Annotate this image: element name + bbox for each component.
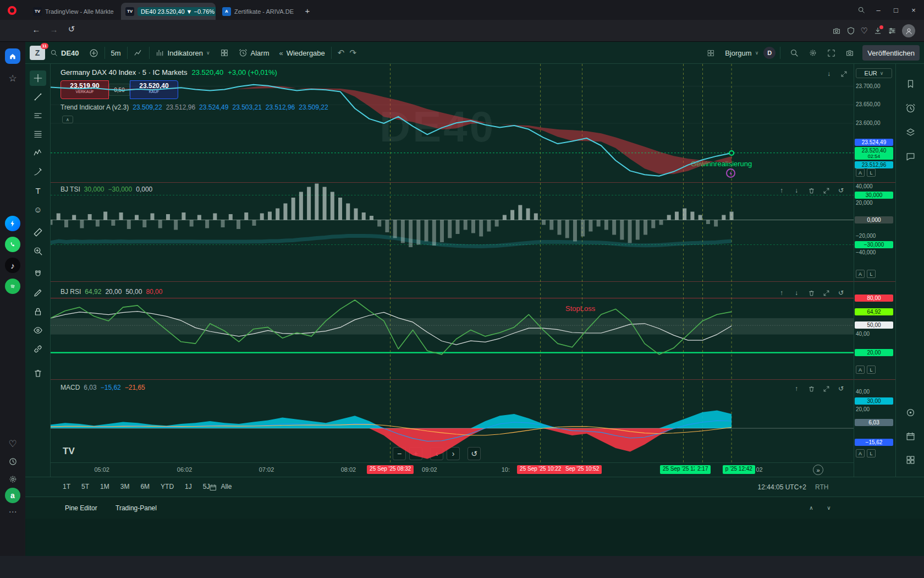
user-avatar[interactable]: Z 11 bbox=[30, 46, 45, 60]
panel-expand-icon[interactable]: ∧ bbox=[805, 503, 817, 512]
fib-retracement-tool-icon[interactable] bbox=[30, 127, 46, 142]
chart-settings-gear-icon[interactable] bbox=[804, 42, 822, 64]
range-1m-button[interactable]: 1M bbox=[98, 482, 112, 492]
scale-mode-buttons[interactable]: AL bbox=[856, 449, 878, 457]
forward-icon[interactable]: → bbox=[46, 25, 62, 34]
go-to-realtime-button[interactable]: » bbox=[813, 465, 823, 475]
tab-pine-editor[interactable]: Pine Editor bbox=[65, 504, 97, 512]
range-alle-button[interactable]: Alle bbox=[218, 482, 234, 492]
scale-a-button[interactable]: A bbox=[856, 366, 865, 374]
macd-pane-chart[interactable] bbox=[51, 380, 854, 462]
browser-tab-tradingview[interactable]: TV TradingView - Alle Märkte bbox=[29, 3, 119, 20]
scale-mode-buttons[interactable]: AL bbox=[856, 168, 878, 177]
price-pane-chart[interactable] bbox=[51, 64, 854, 183]
ideas-icon[interactable] bbox=[904, 406, 917, 419]
fullscreen-icon[interactable] bbox=[822, 42, 840, 64]
go-to-date-icon[interactable] bbox=[207, 482, 219, 493]
scale-l-button[interactable]: L bbox=[867, 449, 876, 457]
browser-tab-de40-active[interactable]: TV DE40 23.520,40 ▼ −0.76% bbox=[121, 3, 216, 20]
panel-collapse-icon[interactable]: ∨ bbox=[823, 503, 835, 512]
magnet-tool-icon[interactable] bbox=[30, 266, 46, 282]
scale-a-button[interactable]: A bbox=[856, 449, 865, 457]
symbol-search-button[interactable]: DE40 bbox=[45, 42, 84, 64]
currency-toggle[interactable]: EUR∨ bbox=[856, 68, 892, 78]
scale-a-button[interactable]: A bbox=[856, 270, 865, 278]
draw-tool-icon[interactable] bbox=[30, 285, 46, 301]
close-button[interactable]: × bbox=[905, 6, 922, 14]
scale-l-button[interactable]: L bbox=[867, 270, 876, 278]
hide-drawings-tool-icon[interactable] bbox=[30, 323, 46, 338]
tab-trading-panel[interactable]: Trading-Panel bbox=[116, 504, 157, 512]
redo-icon[interactable]: ↷ bbox=[349, 42, 361, 64]
range-6m-button[interactable]: 6M bbox=[138, 482, 152, 492]
calendar-icon[interactable] bbox=[904, 429, 917, 443]
quick-search-icon[interactable] bbox=[785, 42, 804, 64]
crosshair-tool-icon[interactable] bbox=[30, 70, 46, 86]
scale-l-button[interactable]: L bbox=[867, 366, 876, 374]
zoom-tool-icon[interactable] bbox=[30, 243, 46, 259]
layout-grid-icon[interactable] bbox=[215, 42, 234, 64]
maximize-button[interactable]: □ bbox=[888, 6, 904, 14]
settings-gear-icon[interactable] bbox=[5, 471, 20, 487]
range-1t-button[interactable]: 1T bbox=[61, 482, 73, 492]
rsi-pane-chart[interactable] bbox=[51, 282, 854, 380]
scale-l-button[interactable]: L bbox=[867, 168, 876, 177]
parallel-lines-tool-icon[interactable] bbox=[30, 108, 46, 123]
undo-icon[interactable]: ↶ bbox=[333, 42, 350, 64]
session-toggle[interactable]: RTH bbox=[815, 483, 828, 491]
range-3m-button[interactable]: 3M bbox=[118, 482, 132, 492]
back-icon[interactable]: ← bbox=[29, 25, 44, 34]
scale-mode-buttons[interactable]: AL bbox=[856, 366, 878, 374]
shield-icon[interactable] bbox=[846, 26, 855, 35]
chart-type-icon[interactable] bbox=[129, 42, 148, 64]
range-1j-button[interactable]: 1J bbox=[183, 482, 194, 492]
tab-search-icon[interactable] bbox=[854, 3, 869, 17]
range-5t-button[interactable]: 5T bbox=[79, 482, 91, 492]
whatsapp-icon[interactable] bbox=[5, 237, 20, 252]
link-tool-icon[interactable] bbox=[30, 341, 46, 357]
trendline-tool-icon[interactable] bbox=[30, 89, 46, 105]
range-ytd-button[interactable]: YTD bbox=[158, 482, 176, 492]
spotify-icon[interactable] bbox=[5, 279, 20, 294]
remove-drawings-tool-icon[interactable] bbox=[30, 366, 46, 381]
chat-icon[interactable] bbox=[904, 150, 917, 163]
measure-tool-icon[interactable] bbox=[30, 225, 46, 240]
scale-a-button[interactable]: A bbox=[856, 168, 865, 177]
screener-icon[interactable] bbox=[904, 453, 917, 466]
tsi-pane-chart[interactable] bbox=[51, 183, 854, 282]
brush-tool-icon[interactable] bbox=[30, 164, 46, 179]
replay-button[interactable]: « Wiedergabe bbox=[274, 42, 329, 64]
emoji-tool-icon[interactable]: ☺ bbox=[30, 201, 46, 217]
resolution-badge[interactable]: D bbox=[763, 47, 776, 59]
tiktok-icon[interactable]: ♪ bbox=[5, 258, 20, 273]
alerts-icon[interactable] bbox=[904, 101, 917, 114]
clock[interactable]: 12:44:05 UTC+2 bbox=[724, 483, 806, 491]
snapshot-icon[interactable] bbox=[832, 26, 841, 35]
hotlists-icon[interactable] bbox=[904, 126, 917, 139]
browser-tab-ariva[interactable]: A Zertifikate - ARIVA.DE bbox=[218, 3, 298, 20]
favorites-heart-icon[interactable]: ♡ bbox=[861, 26, 868, 36]
snapshot-camera-icon[interactable] bbox=[840, 42, 859, 64]
panels-icon[interactable] bbox=[888, 26, 897, 35]
bookmarks-star-icon[interactable]: ☆ bbox=[5, 70, 20, 86]
save-layout-icon[interactable] bbox=[702, 42, 720, 64]
messenger-icon[interactable] bbox=[5, 216, 20, 231]
compare-add-icon[interactable] bbox=[84, 42, 103, 64]
indicators-button[interactable]: Indikatoren∨ bbox=[151, 42, 215, 64]
lock-drawings-tool-icon[interactable] bbox=[30, 304, 46, 319]
history-clock-icon[interactable] bbox=[5, 454, 20, 469]
new-tab-button[interactable]: + bbox=[301, 4, 314, 17]
text-tool-icon[interactable]: T bbox=[30, 183, 46, 198]
opera-logo-icon[interactable] bbox=[4, 3, 20, 18]
minimize-button[interactable]: – bbox=[870, 6, 887, 14]
home-speeddial-icon[interactable] bbox=[5, 48, 20, 64]
profile-avatar[interactable] bbox=[902, 24, 915, 37]
reload-icon[interactable]: ↺ bbox=[64, 24, 79, 34]
alert-button[interactable]: Alarm bbox=[234, 42, 274, 64]
time-axis[interactable]: » 05:0206:0207:0208:0209:0210:0225 Sep '… bbox=[51, 462, 854, 477]
pattern-tool-icon[interactable] bbox=[30, 145, 46, 161]
app-a-icon[interactable]: a bbox=[5, 488, 20, 503]
interval-button[interactable]: 5m bbox=[106, 42, 126, 64]
download-icon[interactable] bbox=[873, 26, 882, 35]
scale-mode-buttons[interactable]: AL bbox=[856, 270, 878, 278]
